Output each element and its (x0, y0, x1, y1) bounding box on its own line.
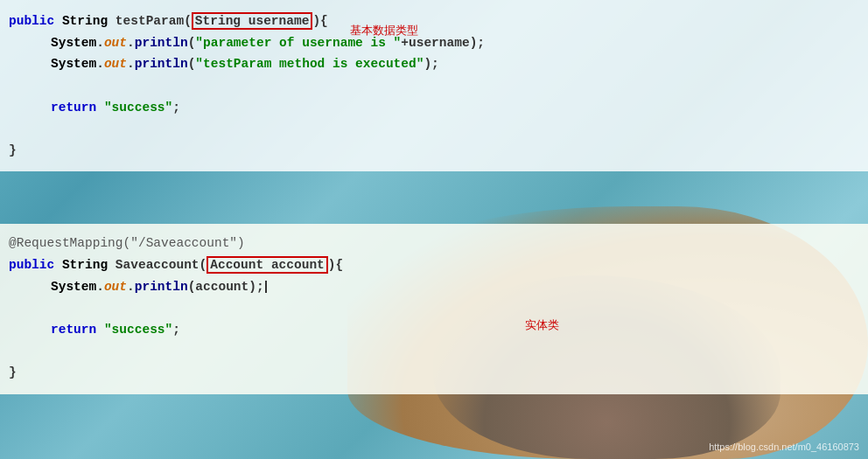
out-ref-3: out (104, 280, 127, 294)
type-string-2: String (62, 258, 108, 272)
code-block-1: public String testParam(String username)… (0, 0, 868, 171)
text-cursor (265, 281, 267, 293)
dot5: . (96, 280, 104, 294)
code-line-7: } (9, 140, 850, 162)
dot3: . (96, 57, 104, 71)
out-ref-2: out (104, 57, 127, 71)
code-line-annotation: @RequestMapping("/Saveaccount") (9, 233, 850, 254)
keyword-public: public (9, 14, 54, 28)
code-line-2: System.out.println("parameter of usernam… (9, 32, 850, 54)
println-method-3: println (135, 280, 188, 294)
param-highlight-1: String username (192, 12, 313, 30)
annotation-basic-type: 基本数据类型 (350, 23, 418, 38)
keyword-public-2: public (9, 258, 54, 272)
out-ref: out (104, 36, 127, 50)
param-text-2: Account account (210, 258, 325, 272)
code-line-b7: } (9, 362, 850, 384)
request-mapping: @RequestMapping("/Saveaccount") (9, 236, 245, 250)
brace-close-2: } (9, 365, 17, 379)
code-line-b6-blank (9, 341, 850, 363)
system-out-2: System (51, 57, 96, 71)
semicolon1: ; (172, 101, 180, 115)
code-line-3: System.out.println("testParam method is … (9, 53, 850, 75)
dot4: . (127, 57, 135, 71)
brace-open-1: ){ (312, 14, 327, 28)
type-string: String (62, 14, 108, 28)
brace-close-1: } (9, 143, 17, 157)
code-line-b4-blank (9, 297, 850, 319)
dot1: . (96, 36, 104, 50)
code-line-5: return "success"; (9, 97, 850, 119)
param-highlight-2: Account account (206, 256, 328, 274)
code-block-2: @RequestMapping("/Saveaccount") public S… (0, 224, 868, 393)
string-success-2: "success" (104, 323, 172, 337)
param-text-1: String username (195, 14, 310, 28)
watermark: https://blog.csdn.net/m0_46160873 (709, 442, 859, 452)
paren3: ); (424, 57, 438, 71)
paren4: (account); (188, 280, 264, 294)
dot2: . (127, 36, 135, 50)
println-method: println (135, 36, 188, 50)
semicolon2: ; (172, 323, 180, 337)
code-spacer (0, 171, 868, 224)
brace-open-2: ){ (328, 258, 343, 272)
dot6: . (127, 280, 135, 294)
system-out-3: System (51, 280, 96, 294)
string-literal-2: "testParam method is executed" (195, 57, 424, 71)
system-out: System (51, 36, 96, 50)
method-name: testParam( (108, 14, 192, 28)
code-container: 基本数据类型 public String testParam(String us… (0, 0, 868, 394)
keyword-return: return (51, 101, 96, 115)
code-line-b3: System.out.println(account); (9, 276, 850, 298)
code-line-1: public String testParam(String username)… (9, 10, 850, 32)
println-method-2: println (135, 57, 188, 71)
annotation-entity-class: 实体类 (525, 317, 559, 333)
method-name-2: Saveaccount( (108, 258, 206, 272)
code-line-b2: public String Saveaccount(Account accoun… (9, 254, 850, 276)
code-line-4-blank (9, 75, 850, 97)
keyword-return-2: return (51, 323, 96, 337)
code-line-6-blank (9, 118, 850, 140)
string-success-1: "success" (104, 101, 172, 115)
code-line-b5: return "success"; (9, 319, 850, 341)
